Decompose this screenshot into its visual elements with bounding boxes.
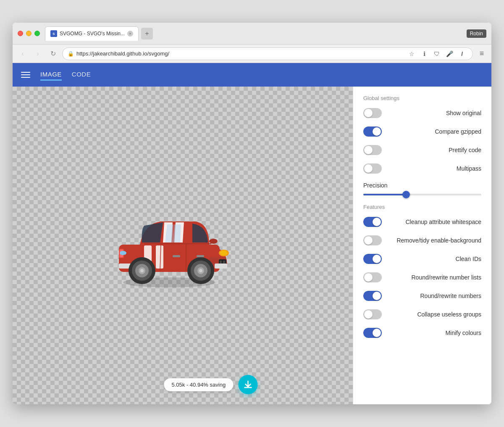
remove-enable-bg-toggle[interactable]: [363, 235, 382, 245]
tab-favicon: S: [50, 30, 57, 37]
prettify-code-row: Prettify code: [363, 145, 481, 155]
toggle-thumb: [373, 329, 381, 337]
show-original-row: Show original: [363, 108, 481, 118]
svg-rect-26: [197, 255, 204, 257]
close-button[interactable]: [18, 31, 23, 36]
car-image: [102, 198, 236, 293]
round-rewrite-lists-toggle[interactable]: [363, 272, 382, 282]
prettify-code-toggle[interactable]: [363, 145, 382, 155]
svg-rect-8: [215, 264, 227, 269]
compare-gzipped-toggle[interactable]: [363, 127, 382, 137]
remove-enable-bg-label: Remove/tidy enable-background: [396, 237, 481, 244]
features-title: Features: [363, 204, 481, 210]
cleanup-whitespace-row: Cleanup attribute whitespace: [363, 217, 481, 227]
svg-point-13: [120, 251, 126, 255]
toggle-thumb: [373, 255, 381, 263]
address-field[interactable]: 🔒 https://jakearchibald.github.io/svgomg…: [62, 47, 473, 60]
address-bar: ‹ › ↻ 🔒 https://jakearchibald.github.io/…: [13, 45, 491, 63]
round-rewrite-lists-label: Round/rewrite number lists: [411, 274, 481, 281]
canvas-area: 5.05k - 40.94% saving: [13, 87, 353, 404]
multipass-toggle[interactable]: [363, 163, 382, 174]
round-rewrite-numbers-label: Round/rewrite numbers: [420, 293, 481, 299]
show-original-toggle[interactable]: [363, 108, 382, 118]
svg-rect-25: [173, 255, 180, 257]
round-rewrite-numbers-row: Round/rewrite numbers: [363, 291, 481, 301]
compare-gzipped-label: Compare gzipped: [435, 128, 481, 135]
toggle-thumb: [364, 236, 373, 245]
bookmark-icon[interactable]: ☆: [406, 48, 417, 59]
download-button[interactable]: [238, 375, 257, 394]
download-bar: 5.05k - 40.94% saving: [164, 375, 257, 394]
profile-icon[interactable]: I: [457, 48, 467, 59]
collapse-useless-label: Collapse useless groups: [417, 311, 481, 318]
round-rewrite-numbers-toggle[interactable]: [363, 291, 382, 301]
app-toolbar: IMAGE CODE: [13, 63, 491, 87]
file-size-badge: 5.05k - 40.94% saving: [164, 378, 233, 391]
toggle-thumb: [364, 273, 373, 282]
tab-close-button[interactable]: ×: [127, 31, 133, 37]
cleanup-whitespace-label: Cleanup attribute whitespace: [405, 219, 481, 225]
browser-tab[interactable]: S SVGOMG - SVGO's Missin... ×: [45, 26, 139, 41]
collapse-useless-row: Collapse useless groups: [363, 309, 481, 319]
back-button[interactable]: ‹: [17, 48, 29, 60]
toggle-thumb: [373, 292, 381, 300]
round-rewrite-lists-row: Round/rewrite number lists: [363, 272, 481, 282]
info-icon[interactable]: ℹ: [419, 48, 430, 59]
title-bar: S SVGOMG - SVGO's Missin... × + Robin: [13, 23, 491, 45]
svg-point-18: [140, 269, 144, 272]
toggle-thumb: [364, 164, 373, 173]
prettify-code-label: Prettify code: [449, 147, 481, 153]
address-actions: ☆ ℹ 🛡 🎤 I: [406, 48, 467, 59]
global-settings-title: Global settings: [363, 95, 481, 101]
toggle-thumb: [373, 127, 381, 136]
collapse-useless-toggle[interactable]: [363, 309, 382, 319]
main-content: 5.05k - 40.94% saving Global settings: [13, 87, 491, 404]
precision-fill: [363, 194, 404, 195]
toggle-thumb: [364, 146, 373, 154]
minify-colours-row: Minify colours: [363, 328, 481, 338]
toggle-thumb: [364, 310, 373, 319]
minimize-button[interactable]: [26, 31, 32, 36]
precision-label: Precision: [363, 182, 481, 189]
shield-icon[interactable]: 🛡: [431, 48, 442, 59]
tab-area: S SVGOMG - SVGO's Missin... × +: [45, 26, 467, 41]
tab-title: SVGOMG - SVGO's Missin...: [60, 31, 125, 37]
compare-gzipped-row: Compare gzipped: [363, 127, 481, 137]
multipass-label: Multipass: [457, 165, 481, 172]
lock-icon: 🔒: [68, 51, 74, 57]
forward-button[interactable]: ›: [32, 48, 44, 60]
svg-rect-3: [156, 245, 163, 269]
maximize-button[interactable]: [34, 31, 40, 36]
minify-colours-toggle[interactable]: [363, 328, 382, 338]
svg-point-10: [220, 250, 228, 256]
reload-button[interactable]: ↻: [47, 48, 59, 60]
precision-section: Precision: [363, 182, 481, 195]
multipass-row: Multipass: [363, 163, 481, 174]
new-tab-button[interactable]: +: [141, 28, 153, 40]
browser-window: S SVGOMG - SVGO's Missin... × + Robin ‹ …: [13, 23, 491, 404]
precision-slider[interactable]: [363, 194, 481, 195]
mic-icon[interactable]: 🎤: [444, 48, 455, 59]
svg-point-23: [199, 269, 202, 272]
cleanup-whitespace-toggle[interactable]: [363, 217, 382, 227]
svg-point-24: [209, 239, 218, 244]
precision-thumb: [402, 191, 410, 198]
clean-ids-row: Clean IDs: [363, 254, 481, 264]
show-original-label: Show original: [446, 110, 481, 116]
hamburger-menu[interactable]: [21, 72, 30, 78]
toggle-thumb: [364, 109, 373, 117]
browser-menu-icon[interactable]: ≡: [476, 48, 487, 59]
clean-ids-toggle[interactable]: [363, 254, 382, 264]
user-badge: Robin: [467, 29, 486, 38]
tab-image[interactable]: IMAGE: [40, 69, 62, 81]
minify-colours-label: Minify colours: [445, 329, 481, 336]
toggle-thumb: [373, 218, 381, 226]
traffic-lights: [18, 31, 40, 36]
clean-ids-label: Clean IDs: [456, 256, 481, 262]
remove-enable-bg-row: Remove/tidy enable-background: [363, 235, 481, 245]
settings-panel: Global settings Show original Compare gz…: [353, 87, 491, 404]
tab-code[interactable]: CODE: [72, 69, 91, 81]
url-text: https://jakearchibald.github.io/svgomg/: [76, 50, 169, 57]
